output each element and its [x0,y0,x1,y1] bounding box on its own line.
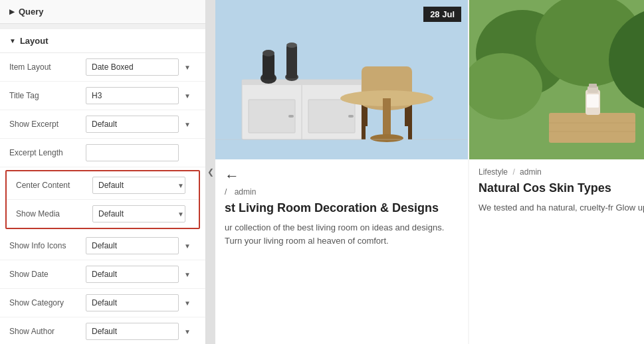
svg-rect-12 [286,45,297,78]
card1-title: st Living Room Decoration & Designs [225,201,459,216]
show-date-select-wrapper: DefaultYesNo ▼ [86,266,196,283]
card1-content: ← / admin st Living Room Decoration & De… [215,159,468,255]
show-excerpt-chevron-icon: ▼ [184,121,191,128]
settings-panel: ▶ Query ▼ Layout Item Layout Date Boxed … [0,0,206,344]
show-author-chevron-icon: ▼ [184,328,191,335]
card1-excerpt: ur collection of the best living room on… [225,221,459,247]
show-author-select-wrapper: DefaultYesNo ▼ [86,323,196,340]
show-category-select-wrapper: DefaultYesNo ▼ [86,294,196,311]
item-layout-chevron-icon: ▼ [184,64,191,71]
show-date-chevron-icon: ▼ [184,271,191,278]
card2-meta: Lifestyle / admin [479,167,644,177]
date-badge-text: 28 Jul [430,9,455,19]
show-info-icons-select[interactable]: DefaultYesNo [86,237,179,254]
show-category-control: DefaultYesNo ▼ [86,294,196,311]
show-info-icons-chevron-icon: ▼ [184,242,191,250]
excerpt-length-label: Excerpt Length [9,148,86,157]
title-tag-chevron-icon: ▼ [184,92,191,100]
svg-point-13 [286,43,297,48]
svg-rect-5 [308,100,355,133]
svg-rect-39 [587,94,599,108]
show-author-row: Show Author DefaultYesNo ▼ [0,317,205,344]
svg-rect-9 [263,53,274,80]
show-info-icons-row: Show Info Icons DefaultYesNo ▼ [0,232,205,260]
left-arrow-icon: ← [225,167,239,184]
center-content-label: Center Content [16,181,92,190]
show-media-row: Show Media DefaultYesNo ▼ [7,200,199,228]
title-tag-row: Title Tag H3H1H2 ▼ [0,82,205,110]
item-layout-label: Item Layout [9,62,86,72]
svg-rect-33 [549,113,635,143]
center-content-control: DefaultYesNo ▼ [92,177,189,194]
svg-rect-6 [288,115,294,118]
card2-category: Lifestyle [479,167,508,177]
show-author-control: DefaultYesNo ▼ [86,323,196,340]
show-info-icons-label: Show Info Icons [9,241,86,250]
collapse-icon: ❮ [207,167,214,177]
svg-rect-7 [348,115,354,118]
card2-sep: / [512,167,517,177]
title-tag-select-wrapper: H3H1H2 ▼ [86,87,196,104]
svg-point-22 [370,134,403,142]
item-layout-control: Date Boxed Default Classic ▼ [86,58,196,76]
show-date-label: Show Date [9,270,86,279]
show-media-select[interactable]: DefaultYesNo [92,205,185,222]
excerpt-length-control [86,144,196,161]
svg-rect-21 [383,98,391,138]
title-tag-label: Title Tag [9,91,86,100]
show-excerpt-label: Show Excerpt [9,120,86,129]
panel-collapse-handle[interactable]: ❮ [206,0,215,344]
center-content-select[interactable]: DefaultYesNo [92,177,185,194]
query-arrow-icon: ▶ [9,8,15,15]
show-excerpt-select[interactable]: DefaultYesNo [86,116,179,133]
svg-point-10 [263,50,274,56]
show-category-chevron-icon: ▼ [184,300,191,307]
show-media-label: Show Media [16,209,92,218]
title-tag-select[interactable]: H3H1H2 [86,87,179,104]
show-info-icons-control: DefaultYesNo ▼ [86,237,196,254]
nature-svg [469,0,644,159]
layout-section-header[interactable]: ▼ Layout [0,29,205,53]
layout-section: ▼ Layout Item Layout Date Boxed Default … [0,29,205,344]
query-section-header[interactable]: ▶ Query [0,0,205,24]
show-media-select-wrapper: DefaultYesNo ▼ [92,205,189,222]
svg-rect-2 [242,80,362,85]
section-divider [0,24,205,29]
show-date-row: Show Date DefaultYesNo ▼ [0,260,205,289]
excerpt-length-input[interactable] [86,144,179,161]
layout-section-label: Layout [20,36,49,46]
date-badge: 28 Jul [423,7,461,22]
show-author-select[interactable]: DefaultYesNo [86,323,179,340]
center-content-row: Center Content DefaultYesNo ▼ [7,171,199,200]
show-date-select[interactable]: DefaultYesNo [86,266,179,283]
show-info-icons-select-wrapper: DefaultYesNo ▼ [86,237,196,254]
article-card-1: 28 Jul ← / admin st Living Room Decorati… [215,0,468,344]
show-category-row: Show Category DefaultYesNo ▼ [0,289,205,317]
card2-title: Natural Cos Skin Types [479,181,644,196]
item-layout-row: Item Layout Date Boxed Default Classic ▼ [0,53,205,82]
show-date-control: DefaultYesNo ▼ [86,266,196,283]
furniture-svg [215,0,468,159]
svg-rect-38 [589,84,597,88]
preview-area: 28 Jul ← / admin st Living Room Decorati… [215,0,644,344]
show-category-label: Show Category [9,298,86,307]
item-layout-select-wrapper: Date Boxed Default Classic ▼ [86,58,196,76]
card1-meta: / admin [225,187,459,197]
svg-rect-4 [249,100,295,133]
article-card-2: Lifestyle / admin Natural Cos Skin Types… [469,0,644,344]
card2-content: Lifestyle / admin Natural Cos Skin Types… [469,159,644,222]
highlighted-group: Center Content DefaultYesNo ▼ Show Media [5,170,200,229]
card2-author: admin [520,167,542,177]
show-excerpt-row: Show Excerpt DefaultYesNo ▼ [0,110,205,139]
card1-image: 28 Jul [215,0,468,159]
center-content-select-wrapper: DefaultYesNo ▼ [92,177,189,194]
card1-nav-arrow[interactable]: ← [225,167,239,185]
card2-image [469,0,644,159]
show-excerpt-control: DefaultYesNo ▼ [86,116,196,133]
show-category-select[interactable]: DefaultYesNo [86,294,179,311]
show-media-control: DefaultYesNo ▼ [92,205,189,222]
title-tag-control: H3H1H2 ▼ [86,87,196,104]
item-layout-select[interactable]: Date Boxed Default Classic [86,58,179,76]
excerpt-length-row: Excerpt Length [0,139,205,167]
preview-panel: 28 Jul ← / admin st Living Room Decorati… [215,0,644,344]
